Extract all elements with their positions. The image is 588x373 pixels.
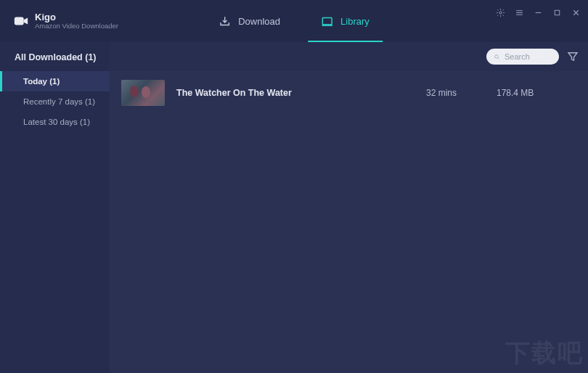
tab-library-label: Library [340, 16, 369, 27]
search-input[interactable] [505, 52, 552, 61]
app-subtitle: Amazon Video Downloader [35, 22, 118, 30]
sidebar-item-label: Latest 30 days (1) [23, 118, 90, 126]
svg-rect-3 [555, 10, 560, 15]
tab-download-label: Download [238, 16, 280, 27]
sidebar-item-label: Recently 7 days (1) [23, 97, 95, 106]
main-tabs: Download Library [198, 0, 390, 42]
app-name: Kigo [35, 12, 118, 22]
app-logo: Kigo Amazon Video Downloader [0, 12, 118, 30]
window-controls [495, 7, 581, 17]
sidebar-item-latest30[interactable]: Latest 30 days (1) [0, 112, 110, 132]
search-icon [494, 53, 500, 61]
settings-icon[interactable] [495, 7, 505, 17]
search-box[interactable] [486, 49, 559, 65]
video-thumbnail [121, 80, 165, 106]
menu-icon[interactable] [514, 7, 524, 17]
video-title: The Watcher On The Water [176, 88, 386, 98]
video-duration: 32 mins [398, 88, 485, 98]
sidebar: All Downloaded (1) Today (1) Recently 7 … [0, 42, 110, 373]
video-size: 178.4 MB [497, 88, 576, 98]
sidebar-item-recent7[interactable]: Recently 7 days (1) [0, 91, 110, 112]
close-icon[interactable] [571, 7, 581, 17]
sidebar-item-label: Today (1) [23, 77, 60, 86]
filter-icon[interactable] [566, 50, 579, 63]
minimize-icon[interactable] [533, 7, 543, 17]
svg-point-4 [495, 54, 498, 57]
maximize-icon[interactable] [552, 7, 562, 17]
svg-rect-1 [322, 17, 332, 24]
titlebar: Kigo Amazon Video Downloader Download Li… [0, 0, 588, 42]
library-toolbar [110, 42, 588, 71]
tab-library[interactable]: Library [301, 0, 390, 42]
svg-point-2 [499, 11, 501, 13]
library-list: The Watcher On The Water 32 mins 178.4 M… [110, 71, 588, 373]
list-item[interactable]: The Watcher On The Water 32 mins 178.4 M… [110, 71, 588, 115]
camera-icon [13, 13, 29, 29]
sidebar-header[interactable]: All Downloaded (1) [0, 42, 110, 71]
tab-download[interactable]: Download [198, 0, 301, 42]
main-panel: The Watcher On The Water 32 mins 178.4 M… [110, 42, 588, 373]
svg-rect-0 [15, 17, 24, 25]
sidebar-item-today[interactable]: Today (1) [0, 71, 110, 91]
